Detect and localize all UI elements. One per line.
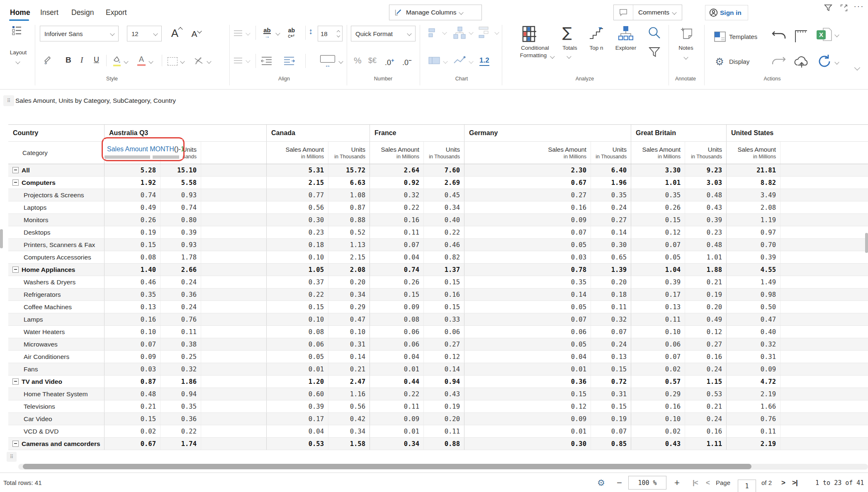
- refresh-icon[interactable]: [816, 53, 833, 70]
- value-cell[interactable]: 0.20: [328, 276, 370, 288]
- value-cell[interactable]: 0.14: [464, 288, 591, 301]
- value-cell[interactable]: 0.22: [160, 425, 201, 437]
- value-cell[interactable]: 0.30: [464, 438, 591, 450]
- value-cell[interactable]: 0.13: [105, 301, 160, 313]
- value-cell[interactable]: 0.12: [685, 326, 727, 338]
- chevron-down-icon[interactable]: [494, 30, 499, 34]
- row-label-cell[interactable]: All: [8, 164, 105, 176]
- value-cell[interactable]: 0.11: [370, 226, 424, 238]
- value-cell[interactable]: 0.08: [370, 313, 424, 325]
- value-cell[interactable]: 0.34: [328, 425, 370, 437]
- value-cell[interactable]: 0.36: [160, 413, 201, 425]
- value-cell[interactable]: 2.15: [267, 177, 328, 189]
- value-cell[interactable]: 0.65: [591, 251, 631, 263]
- row-label-cell[interactable]: VCD & DVD: [8, 425, 105, 437]
- value-cell[interactable]: 0.94: [424, 376, 464, 388]
- value-cell[interactable]: 0.15: [424, 276, 464, 288]
- value-cell[interactable]: 0.74: [370, 264, 424, 276]
- measure-header[interactable]: Sales Amountin Millions: [727, 142, 780, 164]
- value-cell[interactable]: 0.87: [105, 376, 160, 388]
- value-cell[interactable]: 0.21: [685, 400, 727, 412]
- value-cell[interactable]: [780, 164, 868, 176]
- measure-header[interactable]: Unitsin Thousands: [591, 142, 631, 164]
- value-cell[interactable]: 0.25: [160, 351, 201, 363]
- value-cell[interactable]: [201, 177, 267, 189]
- display-gear-icon[interactable]: ⚙: [713, 56, 726, 68]
- value-cell[interactable]: [201, 376, 267, 388]
- value-cell[interactable]: 9.23: [685, 164, 727, 176]
- row-label-cell[interactable]: Desktops: [8, 226, 105, 238]
- value-cell[interactable]: 0.11: [424, 425, 464, 437]
- measure-header[interactable]: [201, 142, 267, 164]
- value-cell[interactable]: 3.30: [631, 164, 685, 176]
- value-cell[interactable]: 0.18: [591, 288, 631, 301]
- value-cell[interactable]: 0.46: [424, 239, 464, 251]
- chevron-down-icon[interactable]: [469, 59, 473, 63]
- value-cell[interactable]: 0.32: [727, 338, 780, 350]
- value-cell[interactable]: 0.85: [591, 438, 631, 450]
- value-cell[interactable]: 0.57: [631, 376, 685, 388]
- value-cell[interactable]: 1.74: [160, 438, 201, 450]
- increase-decimal-icon[interactable]: .0+: [385, 57, 394, 67]
- value-cell[interactable]: [201, 189, 267, 201]
- chevron-down-icon[interactable]: [443, 59, 447, 63]
- sign-in-button[interactable]: Sign in: [705, 5, 748, 20]
- more-options-icon[interactable]: ···: [853, 1, 865, 12]
- value-cell[interactable]: 0.22: [370, 388, 424, 400]
- value-cell[interactable]: 0.49: [685, 313, 727, 325]
- value-cell[interactable]: 0.77: [267, 189, 328, 201]
- value-cell[interactable]: 0.07: [631, 239, 685, 251]
- expand-icon[interactable]: [839, 2, 849, 13]
- value-cell[interactable]: 0.11: [727, 425, 780, 437]
- chevron-down-icon[interactable]: [275, 31, 280, 35]
- filter-icon[interactable]: [823, 2, 834, 13]
- chevron-down-icon[interactable]: [442, 30, 447, 34]
- row-label-cell[interactable]: Printers, Scanners & Fax: [8, 239, 105, 251]
- value-cell[interactable]: 0.39: [727, 251, 780, 263]
- vertical-align-icon[interactable]: [233, 56, 243, 65]
- measure-header[interactable]: Unitsin Thousands: [328, 142, 370, 164]
- value-cell[interactable]: 2.19: [727, 438, 780, 450]
- value-cell[interactable]: 0.43: [631, 438, 685, 450]
- clear-formatting-icon[interactable]: [192, 55, 205, 67]
- layout-icon[interactable]: [11, 25, 23, 36]
- value-cell[interactable]: [780, 251, 868, 263]
- value-cell[interactable]: 1.78: [160, 251, 201, 263]
- value-cell[interactable]: [201, 326, 267, 338]
- currency-format-icon[interactable]: $€: [368, 56, 377, 65]
- measure-header[interactable]: Sales Amountin Millions: [370, 142, 424, 164]
- excel-export-icon[interactable]: X: [815, 27, 833, 43]
- chevron-down-icon[interactable]: [246, 58, 250, 63]
- row-label-cell[interactable]: Home Appliances: [8, 264, 105, 276]
- value-cell[interactable]: 0.16: [685, 351, 727, 363]
- value-cell[interactable]: 0.80: [160, 214, 201, 226]
- value-cell[interactable]: 0.31: [591, 388, 631, 400]
- value-cell[interactable]: [780, 376, 868, 388]
- value-cell[interactable]: 0.14: [424, 363, 464, 375]
- value-cell[interactable]: 7.60: [424, 164, 464, 176]
- value-cell[interactable]: 0.19: [105, 226, 160, 238]
- value-cell[interactable]: 1.37: [424, 264, 464, 276]
- previous-page-button[interactable]: <: [706, 473, 710, 492]
- value-cell[interactable]: 0.04: [370, 251, 424, 263]
- value-cell[interactable]: [201, 313, 267, 325]
- value-cell[interactable]: 0.39: [160, 226, 201, 238]
- row-label-cell[interactable]: Coffee Machines: [8, 301, 105, 313]
- value-cell[interactable]: 0.06: [631, 338, 685, 350]
- value-cell[interactable]: 0.35: [591, 189, 631, 201]
- value-cell[interactable]: 0.29: [328, 301, 370, 313]
- country-header[interactable]: Great Britain: [631, 125, 727, 141]
- value-cell[interactable]: 0.35: [464, 276, 591, 288]
- value-cell[interactable]: [201, 288, 267, 301]
- value-cell[interactable]: 0.60: [267, 388, 328, 400]
- value-cell[interactable]: 0.01: [464, 425, 591, 437]
- measure-header[interactable]: Unitsin Thousands: [780, 142, 868, 164]
- value-cell[interactable]: 0.04: [464, 351, 591, 363]
- value-cell[interactable]: 0.76: [160, 313, 201, 325]
- value-cell[interactable]: 1.15: [685, 376, 727, 388]
- value-cell[interactable]: 0.19: [591, 413, 631, 425]
- collapse-icon[interactable]: [12, 167, 19, 173]
- value-cell[interactable]: 0.36: [160, 288, 201, 301]
- value-cell[interactable]: [201, 400, 267, 412]
- value-cell[interactable]: 0.34: [328, 288, 370, 301]
